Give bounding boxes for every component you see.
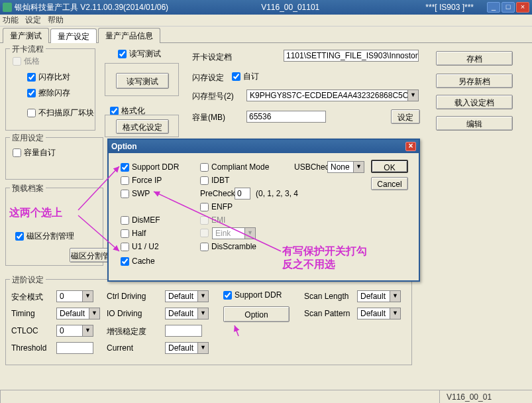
scan-pat-select[interactable]: Default▼ [357,308,401,319]
lbl-current: Current [107,343,133,353]
client-area: 开卡流程 低格 闪存比对 擦除闪存 不扫描原厂坏块 读写测试 读写测试 格式化 … [0,43,532,392]
chk-dismef[interactable]: DisMEF [121,215,160,225]
precheck-field[interactable]: 0 [235,188,250,200]
menu-settings[interactable]: 设定 [25,15,41,26]
tabs: 量产测试 量产设定 量产产品信息 [0,27,532,43]
chk-disk-mgr[interactable]: 磁区分割管理 [15,231,74,242]
precheck-hint: (0, 1, 2, 3, 4 [256,189,298,198]
chk-emi: EMI [200,215,225,225]
titlebar: 银灿科技量产工具 V2.11.00.39(2014/01/06) V116_00… [0,0,532,15]
chk-custom[interactable]: 自订 [232,71,259,82]
tab-info[interactable]: 量产产品信息 [98,28,160,43]
tab-test[interactable]: 量产测试 [3,28,49,43]
chk-cap-custom[interactable]: 容量自订 [13,147,56,158]
chk-compliant[interactable]: Compliant Mode [200,162,269,172]
tab-settings[interactable]: 量产设定 [50,29,97,44]
title-mid: V116_00_01101 [261,3,319,12]
ctloc-select[interactable]: 0▼ [56,325,93,337]
lbl-gain: 增强稳定度 [107,326,146,337]
group-adv-legend: 进阶设定 [10,274,46,286]
status-cell-1 [0,390,439,403]
menu-help[interactable]: 帮助 [48,15,64,26]
timing-select[interactable]: Default▼ [56,308,100,319]
lbl-flash-model: 闪存型号(2) [192,91,234,102]
save-button[interactable]: 存档 [436,51,513,66]
lbl-scan-len: Scan Length [304,292,348,301]
config-path[interactable]: 1101\SETTING_FILE_IS903\Innostor-Setup.i… [284,50,419,62]
chk-flash-compare[interactable]: 闪存比对 [27,72,70,83]
lbl-precheck: PreCheck [200,189,235,198]
gain-field[interactable] [165,325,202,337]
group-preload: 预载档案 磁区分割管理 磁区分割管 [5,188,103,266]
capacity-field[interactable]: 65536 [246,111,326,123]
lbl-ctrl-drv: Ctrl Driving [107,292,146,301]
chevron-down-icon: ▼ [407,90,418,101]
chevron-down-icon: ▼ [390,291,400,302]
group-flow: 开卡流程 低格 闪存比对 擦除闪存 不扫描原厂坏块 [5,48,95,131]
load-button[interactable]: 载入设定档 [436,95,513,109]
chk-force-ip[interactable]: Force IP [121,176,162,185]
eink-select: Eink▼ [212,227,256,239]
lbl-safe-mode: 安全模式 [11,292,43,303]
chk-swp[interactable]: SWP [121,189,150,198]
chevron-down-icon: ▼ [390,308,400,319]
close-button[interactable]: × [516,2,529,13]
menubar: 功能 设定 帮助 [0,15,532,27]
cancel-button[interactable]: Cancel [371,177,408,190]
ok-button[interactable]: OK [371,160,408,173]
lbl-scan-pat: Scan Pattern [304,309,350,318]
option-button[interactable]: Option [223,306,290,322]
chk-support-ddr[interactable]: Support DDR [121,162,179,172]
flash-model-select[interactable]: K9PHGY8S7C-ECDEDEA4A432326868C5C5-8 ▼ [246,89,419,101]
group-advanced: 进阶设定 安全模式 0▼ Timing Default▼ CTLOC 0▼ Th… [5,279,412,365]
save-as-button[interactable]: 另存新档 [436,74,513,88]
minimize-button[interactable]: _ [487,2,500,13]
lbl-capacity: 容量(MB) [192,112,225,123]
chk-adv-support-ddr[interactable]: Support DDR [223,290,282,300]
group-app-legend: 应用设定 [10,133,46,144]
chk-disscramble[interactable]: DisScramble [200,242,256,251]
title-text: 银灿科技量产工具 V2.11.00.39(2014/01/06) [15,2,168,13]
group-app: 应用设定 容量自订 [5,137,103,180]
option-close-icon[interactable]: × [405,142,416,151]
chevron-down-icon: ▼ [353,162,364,172]
chevron-down-icon: ▼ [82,291,93,302]
option-titlebar: Option × [109,140,419,153]
group-preload-legend: 预载档案 [10,183,46,194]
chk-u1-u2[interactable]: U1 / U2 [121,242,159,251]
chevron-down-icon: ▼ [197,291,208,302]
current-select[interactable]: Default▼ [165,342,209,354]
format-button[interactable]: 格式化设定 [116,119,169,134]
ctrl-drv-select[interactable]: Default▼ [165,290,209,302]
threshold-field[interactable] [56,342,93,354]
safe-mode-select[interactable]: 0▼ [56,290,93,302]
disk-mgr-button[interactable]: 磁区分割管 [70,248,112,262]
lbl-config: 开卡设定档 [192,52,232,63]
chevron-down-icon: ▼ [89,308,99,319]
chk-idbt[interactable]: IDBT [200,176,229,185]
chevron-down-icon: ▼ [244,228,255,239]
status-bar: V116_00_01 [0,390,532,403]
set-button[interactable]: 设定 [391,109,420,124]
chk-eink [200,229,209,237]
chk-half[interactable]: Half [121,229,146,238]
edit-button[interactable]: 编辑 [436,116,513,131]
io-drv-select[interactable]: Default▼ [165,308,209,319]
maximize-button[interactable]: □ [502,2,515,13]
scan-len-select[interactable]: Default▼ [357,290,401,302]
chk-rw-test[interactable]: 读写测试 [118,48,161,60]
usbcheck-select[interactable]: None▼ [327,161,364,173]
lbl-threshold: Threshold [11,343,46,353]
title-right: ***[ IS903 ]*** [425,3,474,12]
group-flow-legend: 开卡流程 [10,44,46,55]
rw-test-button[interactable]: 读写测试 [116,73,169,89]
lbl-timing: Timing [11,309,35,318]
lbl-flash-cfg: 闪存设定 [192,72,224,84]
chk-no-scan-bad[interactable]: 不扫描原厂坏块 [27,107,94,119]
menu-function[interactable]: 功能 [3,15,19,26]
chk-enfp[interactable]: ENFP [200,202,233,211]
chk-erase-flash[interactable]: 擦除闪存 [27,87,70,99]
chk-cache[interactable]: Cache [121,257,155,266]
option-dialog: Option × Support DDR Force IP SWP DisMEF… [107,139,420,282]
status-cell-2: V116_00_01 [439,390,532,403]
